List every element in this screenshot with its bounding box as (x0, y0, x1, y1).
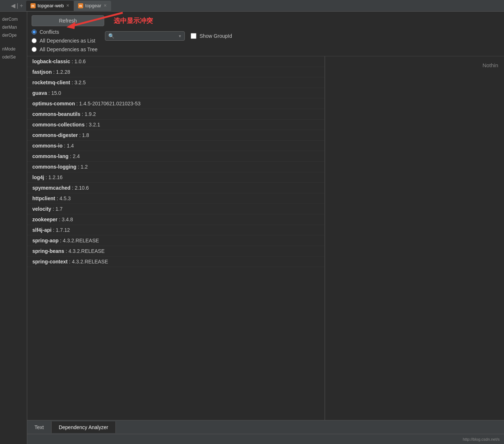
radio-label-conflicts: Conflicts (40, 29, 59, 35)
show-groupid-checkbox[interactable] (191, 33, 196, 39)
dep-item-19[interactable]: spring-context : 4.3.2.RELEASE (27, 257, 325, 267)
dep-name-10: commons-logging (32, 164, 76, 170)
dep-version-0: : 1.0.6 (70, 58, 86, 64)
dep-version-13: : 4.5.3 (55, 195, 71, 201)
dep-version-1: : 1.2.28 (52, 69, 70, 75)
dep-version-9: : 2.4 (69, 153, 80, 159)
svg-marker-1 (66, 22, 76, 29)
search-input[interactable] (116, 33, 177, 39)
dep-version-19: : 4.3.2.RELEASE (68, 259, 108, 265)
main-content: Refresh 选中显示冲突 Conflicts (27, 12, 504, 444)
dep-name-16: slf4j-api (32, 227, 52, 233)
nav-back-icon[interactable]: ◀ (11, 2, 15, 9)
dep-version-6: : 3.2.1 (85, 122, 100, 128)
dep-version-18: : 4.3.2.RELEASE (64, 248, 105, 254)
bottom-tab-dependency-analyzer[interactable]: Dependency Analyzer (52, 421, 116, 433)
dep-name-6: commons-collections (32, 122, 85, 128)
dep-name-3: guava (32, 90, 47, 96)
svg-line-0 (74, 13, 123, 25)
nav-arrows: ◀ | + (11, 2, 23, 9)
sidebar-item-5: odelSe (0, 53, 27, 61)
radio-all-tree[interactable]: All Dependencies as Tree (32, 47, 98, 52)
sidebar-item-3: derOpe (0, 31, 27, 39)
dep-name-7: commons-digester (32, 132, 78, 138)
dep-item-12[interactable]: spymemcached : 2.10.6 (27, 183, 325, 193)
annotation-wrapper: 选中显示冲突 (110, 16, 153, 25)
dep-name-5: commons-beanutils (32, 111, 80, 117)
bottom-tabs: Text Dependency Analyzer (27, 420, 504, 434)
dep-version-4: : 1.4.5-20170621.021023-53 (75, 101, 141, 106)
dep-item-15[interactable]: zookeeper : 3.4.8 (27, 214, 325, 225)
left-controls: Conflicts All Dependencies as List All D… (32, 29, 98, 52)
dep-item-10[interactable]: commons-logging : 1.2 (27, 162, 325, 172)
main-layout: derCom derMan derOpe nMode odelSe Refres… (0, 12, 504, 444)
sidebar-item-1: derCom (0, 15, 27, 23)
dep-item-17[interactable]: spring-aop : 4.3.2.RELEASE (27, 235, 325, 246)
dep-item-2[interactable]: rocketmq-client : 3.2.5 (27, 77, 325, 88)
dep-name-12: spymemcached (32, 185, 70, 191)
dep-name-4: optimus-common (32, 101, 75, 106)
dep-version-15: : 3.4.8 (57, 217, 73, 222)
top-controls: Refresh 选中显示冲突 Conflicts (27, 12, 504, 56)
status-right: http://blog.csdn.net/s (463, 437, 500, 441)
dep-area: logback-classic : 1.0.6fastjson : 1.2.28… (27, 56, 504, 420)
dep-version-11: : 1.2.16 (44, 174, 63, 180)
dep-name-19: spring-context (32, 259, 68, 265)
dep-version-2: : 3.2.5 (70, 80, 86, 85)
dep-version-10: : 1.2 (76, 164, 88, 170)
dep-item-0[interactable]: logback-classic : 1.0.6 (27, 56, 325, 67)
dep-version-3: : 15.0 (47, 90, 61, 96)
bottom-tab-text[interactable]: Text (27, 421, 52, 433)
radio-input-conflicts[interactable] (32, 29, 37, 35)
dep-item-7[interactable]: commons-digester : 1.8 (27, 130, 325, 141)
search-icon: 🔍 (108, 33, 114, 39)
radio-all-list[interactable]: All Dependencies as List (32, 38, 98, 44)
dep-version-5: : 1.9.2 (80, 111, 96, 117)
dep-name-13: httpclient (32, 195, 55, 201)
dep-item-18[interactable]: spring-beans : 4.3.2.RELEASE (27, 246, 325, 257)
red-arrow-annotation (66, 5, 125, 31)
dep-item-5[interactable]: commons-beanutils : 1.9.2 (27, 109, 325, 120)
search-dropdown-icon[interactable]: ▼ (178, 34, 182, 38)
tab-icon-topgear-web: m (31, 3, 36, 8)
search-box: 🔍 ▼ (105, 31, 185, 41)
dep-name-17: spring-aop (32, 238, 58, 243)
dep-name-2: rocketmq-client (32, 80, 70, 85)
status-bar: http://blog.csdn.net/s (27, 434, 504, 444)
dep-name-8: commons-io (32, 143, 62, 149)
dep-item-6[interactable]: commons-collections : 3.2.1 (27, 120, 325, 130)
dep-item-8[interactable]: commons-io : 1.4 (27, 141, 325, 151)
radio-input-all-tree[interactable] (32, 47, 37, 52)
radio-label-all-list: All Dependencies as List (40, 38, 95, 44)
dep-item-1[interactable]: fastjson : 1.2.28 (27, 67, 325, 77)
dep-item-13[interactable]: httpclient : 4.5.3 (27, 193, 325, 204)
dep-item-14[interactable]: velocity : 1.7 (27, 204, 325, 214)
dep-name-0: logback-classic (32, 58, 70, 64)
dep-item-9[interactable]: commons-lang : 2.4 (27, 151, 325, 162)
dep-list-panel[interactable]: logback-classic : 1.0.6fastjson : 1.2.28… (27, 56, 325, 420)
dep-name-18: spring-beans (32, 248, 64, 254)
top-row: Refresh 选中显示冲突 (32, 15, 500, 26)
radio-input-all-list[interactable] (32, 38, 37, 43)
right-panel: Nothin (325, 56, 504, 420)
nothing-text: Nothin (483, 62, 498, 68)
dep-version-12: : 2.10.6 (70, 185, 89, 191)
sidebar-item-4: nMode (0, 45, 27, 53)
dep-item-3[interactable]: guava : 15.0 (27, 88, 325, 98)
dep-item-4[interactable]: optimus-common : 1.4.5-20170621.021023-5… (27, 98, 325, 109)
dep-name-14: velocity (32, 206, 51, 212)
dep-name-11: log4j (32, 174, 44, 180)
dep-item-11[interactable]: log4j : 1.2.16 (27, 172, 325, 183)
nav-forward-icon[interactable]: + (20, 3, 23, 9)
show-groupid-row[interactable]: Show GroupId (191, 33, 232, 39)
search-checkbox-row: 🔍 ▼ Show GroupId (105, 31, 232, 41)
dep-name-1: fastjson (32, 69, 52, 75)
dep-version-14: : 1.7 (51, 206, 62, 212)
dep-item-16[interactable]: slf4j-api : 1.7.12 (27, 225, 325, 235)
nav-separator: | (17, 3, 18, 9)
radio-label-all-tree: All Dependencies as Tree (40, 47, 98, 52)
dep-version-7: : 1.8 (78, 132, 89, 138)
dep-version-17: : 4.3.2.RELEASE (58, 238, 99, 243)
sidebar-item-2: derMan (0, 23, 27, 31)
dep-version-8: : 1.4 (62, 143, 74, 149)
